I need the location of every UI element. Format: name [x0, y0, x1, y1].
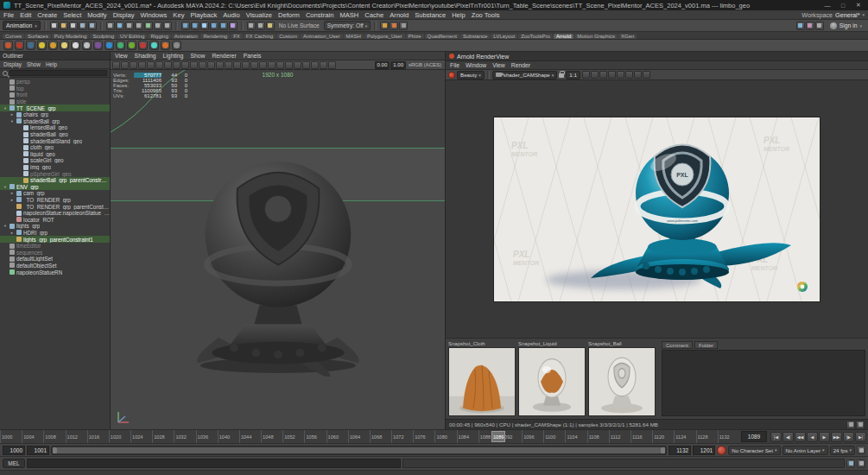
- isolate-select-icon[interactable]: [302, 61, 310, 69]
- timeline-tick-1132[interactable]: 1132: [718, 430, 739, 443]
- comment-textarea[interactable]: [662, 350, 865, 416]
- timeline-playhead[interactable]: 1089: [491, 431, 505, 442]
- select-component-icon[interactable]: [125, 22, 134, 30]
- arnold-photometric-light-icon[interactable]: [82, 41, 92, 50]
- shelf-tab-custom[interactable]: Custom: [276, 34, 300, 39]
- camera-attributes-icon[interactable]: [130, 61, 137, 69]
- character-set-selector[interactable]: No Character Set ▾: [728, 446, 780, 455]
- expand-icon[interactable]: ▾: [3, 224, 8, 228]
- select-hierarchy-icon[interactable]: [106, 22, 115, 30]
- shelf-tab-curves[interactable]: Curves: [3, 34, 24, 39]
- timeline-tick-1096[interactable]: 1096: [522, 430, 543, 443]
- snapshot-item[interactable]: Snapshot_Liquid: [518, 341, 586, 416]
- outliner-item-napoleonstatue-napoleonstatue-geo[interactable]: napoleonStatue:napoleonStatue_geo: [0, 210, 110, 217]
- start-render-button[interactable]: [448, 72, 455, 79]
- playback-start-field[interactable]: 1001: [27, 446, 49, 455]
- menu-mash[interactable]: MASH: [339, 11, 358, 19]
- arnold-render-area[interactable]: PXL MENTOR PXL MENTOR PXL MENTOR PXL MEN…: [446, 80, 868, 339]
- viewport-menu-view[interactable]: View: [115, 53, 128, 59]
- snapshot-icon[interactable]: [608, 71, 616, 79]
- timeline-tick-1116[interactable]: 1116: [630, 430, 652, 443]
- arnold-light-icon[interactable]: [37, 41, 47, 50]
- shelf-tab-substance[interactable]: Substance: [460, 34, 490, 39]
- exposure-field[interactable]: 0.00: [375, 61, 390, 69]
- timeline-tick-1020[interactable]: 1020: [109, 430, 130, 443]
- arnold-mesh-light-icon[interactable]: [71, 41, 80, 50]
- mel-input[interactable]: [27, 459, 401, 468]
- snapshot-item[interactable]: Snapshot_Ball: [588, 341, 656, 416]
- arnold-menu-view[interactable]: View: [492, 62, 505, 68]
- save-scene-icon[interactable]: [69, 22, 78, 30]
- outliner-item--to-render-grp-parentconstraint[interactable]: _TO_RENDER_grp_parentConstraint: [0, 203, 110, 210]
- menu-edit[interactable]: Edit: [20, 11, 31, 19]
- arnold-area-light-icon[interactable]: [60, 41, 69, 50]
- viewport-menu-panels[interactable]: Panels: [244, 53, 262, 59]
- timeline-tick-1024[interactable]: 1024: [130, 430, 152, 443]
- multisample-aa-icon[interactable]: [285, 61, 293, 69]
- expand-icon[interactable]: ▸: [10, 198, 15, 202]
- current-frame-field[interactable]: 1089: [741, 431, 767, 442]
- timeline-tick-1112[interactable]: 1112: [609, 430, 630, 443]
- step-forward-key-icon[interactable]: ▶▶: [831, 432, 842, 442]
- shelf-tab-animation[interactable]: Animation: [172, 34, 200, 39]
- outliner-menu-display[interactable]: Display: [3, 61, 22, 67]
- script-editor-icon[interactable]: [846, 459, 855, 468]
- snapshot-thumbnail-liquid[interactable]: [518, 347, 586, 416]
- 2d-pan-zoom-icon[interactable]: [155, 61, 163, 69]
- arnold-standin-icon[interactable]: [116, 41, 125, 50]
- log-icon[interactable]: [643, 71, 650, 79]
- animation-preferences-icon[interactable]: [857, 446, 865, 454]
- arnold-volume-icon[interactable]: [127, 41, 136, 50]
- timeline-tick-1064[interactable]: 1064: [348, 430, 370, 443]
- textured-icon[interactable]: [328, 61, 336, 69]
- shelf-tab-zootoolspro[interactable]: ZooToolsPro: [518, 34, 553, 39]
- timeline-tick-1124[interactable]: 1124: [674, 430, 695, 443]
- expand-icon[interactable]: ▾: [10, 119, 15, 124]
- timeline-tick-1076[interactable]: 1076: [413, 430, 434, 443]
- arnold-standard-surface-icon[interactable]: [149, 41, 159, 50]
- snap-to-grid-icon[interactable]: [181, 22, 190, 30]
- outliner-search-input[interactable]: [10, 70, 107, 76]
- outliner-item-scalegirl-geo[interactable]: scaleGirl_geo: [0, 157, 110, 164]
- outliner-item-locator-rot[interactable]: locator_ROT: [0, 216, 110, 223]
- render-current-frame-icon[interactable]: [380, 22, 389, 30]
- animation-start-field[interactable]: 1000: [3, 446, 25, 455]
- outliner-item-defaultobjectset[interactable]: defaultObjectSet: [0, 263, 110, 269]
- menu-create[interactable]: Create: [37, 11, 57, 19]
- film-gate-icon[interactable]: [181, 61, 189, 69]
- outliner-item-cam-grp[interactable]: ▸cam_grp: [0, 190, 110, 197]
- timeline-tick-1056[interactable]: 1056: [304, 430, 326, 443]
- select-camera-icon[interactable]: [112, 61, 120, 69]
- step-forward-frame-icon[interactable]: |▶: [843, 432, 854, 442]
- timeline-tick-1084[interactable]: 1084: [457, 430, 478, 443]
- expand-icon[interactable]: ▸: [10, 191, 15, 195]
- viewport-menu-show[interactable]: Show: [190, 53, 205, 59]
- timeline-tick-1012[interactable]: 1012: [66, 430, 87, 443]
- save-image-icon[interactable]: [856, 421, 865, 429]
- depth-of-field-icon[interactable]: [294, 61, 301, 69]
- lighting-icon[interactable]: [250, 61, 258, 69]
- timeline-tick-1080[interactable]: 1080: [434, 430, 456, 443]
- outliner-item-shaderballstand-geo[interactable]: shaderBallStand_geo: [0, 137, 110, 144]
- render-settings-icon[interactable]: [399, 22, 408, 30]
- shelf-tab-fx-caching[interactable]: FX Caching: [244, 34, 276, 39]
- timeline-tick-1068[interactable]: 1068: [370, 430, 391, 443]
- animation-end-field[interactable]: 1201: [693, 446, 715, 455]
- arnold-skydome-light-icon[interactable]: [48, 41, 58, 50]
- outliner-item-pspheregirl-geo[interactable]: pSphereGirl_geo: [0, 170, 110, 177]
- expand-icon[interactable]: ▾: [3, 106, 8, 111]
- zoom-ratio-button[interactable]: 1:1: [566, 71, 580, 79]
- sign-in-button[interactable]: Sign in ▾: [827, 22, 865, 29]
- arnold-ipr-icon[interactable]: [15, 41, 24, 50]
- menu-playback[interactable]: Playback: [190, 11, 217, 19]
- timeline-tick-1028[interactable]: 1028: [152, 430, 174, 443]
- fps-selector[interactable]: 24 fps ▾: [830, 446, 855, 455]
- ipr-render-icon[interactable]: [390, 22, 398, 30]
- menu-visualize[interactable]: Visualize: [246, 11, 272, 19]
- anim-layer-selector[interactable]: No Anim Layer ▾: [782, 446, 828, 455]
- snapshot-thumbnail-cloth[interactable]: [448, 347, 516, 416]
- close-button[interactable]: ✕: [852, 2, 865, 9]
- outliner-item-cloth-geo[interactable]: cloth_geo: [0, 144, 110, 151]
- arnold-light-portal-icon[interactable]: [93, 41, 103, 50]
- shelf-tab-phize[interactable]: Phize: [406, 34, 424, 39]
